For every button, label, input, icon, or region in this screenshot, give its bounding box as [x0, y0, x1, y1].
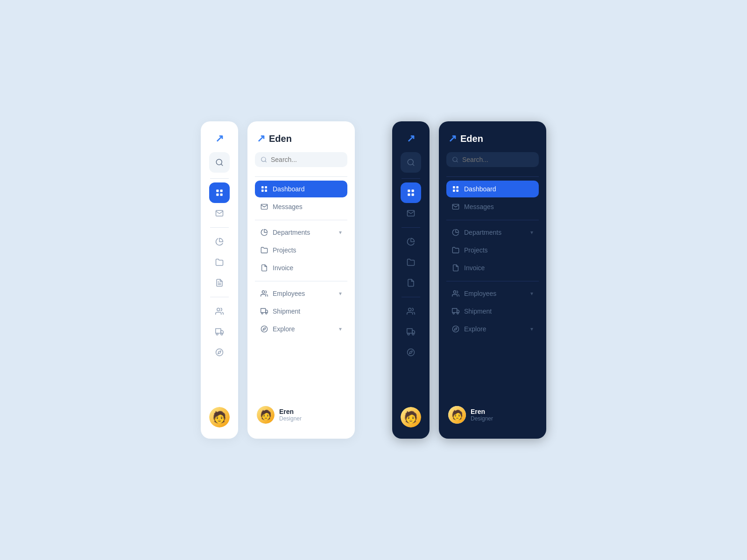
avatar-face-dark: 🧑	[401, 407, 421, 427]
shipment-icon	[215, 328, 224, 336]
employees-icon-button-light[interactable]	[209, 301, 230, 322]
svg-rect-22	[261, 308, 266, 313]
user-role-dark: Designer	[471, 415, 493, 422]
svg-rect-9	[216, 329, 221, 333]
nav-invoice-dark[interactable]: Invoice	[446, 259, 539, 276]
dashboard-icon-button-dark[interactable]	[401, 182, 421, 203]
user-avatar-light: 🧑	[257, 406, 275, 424]
svg-point-21	[262, 291, 264, 293]
nav-messages-label-light: Messages	[273, 203, 303, 210]
svg-marker-53	[454, 328, 457, 330]
explore-chevron-dark: ▾	[530, 326, 533, 332]
nav-invoice-icon-light	[261, 264, 268, 272]
employees-chevron-dark: ▾	[530, 290, 533, 297]
nav-explore-light[interactable]: Explore ▾	[255, 321, 347, 337]
svg-line-16	[265, 161, 267, 162]
svg-marker-10	[221, 330, 223, 333]
svg-rect-32	[408, 194, 410, 196]
svg-rect-43	[453, 186, 455, 189]
nav-invoice-light[interactable]: Invoice	[255, 259, 347, 276]
avatar-button-light[interactable]: 🧑	[209, 407, 230, 427]
nav-projects-light[interactable]: Projects	[255, 242, 347, 259]
nav-departments-dark[interactable]: Departments ▾	[446, 224, 539, 241]
nav-projects-label-light: Projects	[273, 246, 296, 254]
explore-icon-button-dark[interactable]	[401, 342, 421, 363]
departments-icon	[215, 238, 224, 246]
projects-icon-button-light[interactable]	[209, 252, 230, 273]
user-name-light: Eren	[279, 408, 302, 415]
nav-employees-dark[interactable]: Employees ▾	[446, 285, 539, 302]
dashboard-icon-button-light[interactable]	[209, 182, 230, 203]
sidebar-icon-dark: ↗	[392, 121, 430, 439]
nav-departments-label-light: Departments	[273, 229, 310, 236]
svg-point-8	[217, 308, 220, 311]
user-profile-light[interactable]: 🧑 Eren Designer	[255, 402, 347, 427]
invoice-icon-button-dark[interactable]	[401, 273, 421, 293]
search-box-dark[interactable]	[446, 152, 539, 167]
user-profile-dark[interactable]: 🧑 Eren Designer	[446, 402, 539, 427]
projects-icon	[215, 258, 224, 266]
nav-departments-light[interactable]: Departments ▾	[255, 224, 347, 241]
svg-rect-35	[407, 329, 412, 333]
messages-icon	[215, 209, 224, 217]
search-icon-button-dark[interactable]	[401, 152, 421, 173]
avatar-button-dark[interactable]: 🧑	[401, 407, 421, 427]
brand-name-light: Eden	[269, 133, 292, 144]
employees-icon-button-dark[interactable]	[401, 301, 421, 322]
nav-dashboard-dark[interactable]: Dashboard	[446, 181, 539, 197]
search-input-dark[interactable]	[462, 156, 533, 163]
explore-chevron-light: ▾	[339, 326, 342, 332]
invoice-icon-button-light[interactable]	[209, 273, 230, 293]
svg-rect-19	[261, 189, 264, 192]
departments-icon-button-dark[interactable]	[401, 231, 421, 252]
svg-point-26	[261, 326, 267, 332]
svg-point-34	[409, 308, 411, 311]
svg-point-12	[221, 333, 223, 335]
nav-projects-icon-dark	[452, 246, 459, 254]
messages-icon-button-dark[interactable]	[401, 203, 421, 224]
nav-invoice-label-light: Invoice	[273, 264, 293, 272]
user-name-dark: Eren	[471, 408, 493, 415]
nav-messages-light[interactable]: Messages	[255, 198, 347, 215]
search-box-light[interactable]	[255, 152, 347, 167]
search-input-light[interactable]	[271, 156, 342, 163]
shipment-icon-dark	[407, 328, 415, 336]
departments-icon-button-light[interactable]	[209, 231, 230, 252]
svg-point-24	[261, 313, 263, 314]
svg-marker-23	[266, 310, 268, 312]
nav-messages-dark[interactable]: Messages	[446, 198, 539, 215]
messages-icon-button-light[interactable]	[209, 203, 230, 224]
nav-shipment-dark[interactable]: Shipment	[446, 303, 539, 320]
svg-marker-49	[457, 310, 459, 312]
nav-projects-dark[interactable]: Projects	[446, 242, 539, 259]
nav-departments-icon-light	[261, 229, 268, 236]
svg-rect-5	[220, 194, 223, 196]
nav-shipment-light[interactable]: Shipment	[255, 303, 347, 320]
divider-dark-3	[402, 297, 420, 297]
search-icon-button-light[interactable]	[209, 152, 230, 173]
divider-dark-1	[402, 178, 420, 179]
divider-3	[210, 297, 229, 297]
nav-employees-label-light: Employees	[273, 290, 305, 297]
user-info-dark: Eren Designer	[471, 408, 493, 422]
shipment-icon-button-light[interactable]	[209, 322, 230, 342]
nav-messages-icon-light	[261, 203, 268, 210]
nav-employees-icon-dark	[452, 290, 459, 297]
nav-dashboard-light[interactable]: Dashboard	[255, 181, 347, 197]
nav-explore-dark[interactable]: Explore ▾	[446, 321, 539, 337]
projects-icon-button-dark[interactable]	[401, 252, 421, 273]
shipment-icon-button-dark[interactable]	[401, 322, 421, 342]
dashboard-icon-dark	[407, 189, 415, 197]
dashboard-icon	[215, 189, 224, 197]
brand-icon-dark: ↗	[448, 133, 457, 145]
nav-dashboard-label-light: Dashboard	[273, 185, 305, 193]
explore-icon-dark	[407, 348, 415, 357]
svg-marker-40	[409, 351, 412, 354]
explore-icon-button-light[interactable]	[209, 342, 230, 363]
svg-rect-48	[452, 308, 457, 313]
divider-exp-1	[255, 176, 347, 177]
nav-explore-label-light: Explore	[273, 325, 295, 333]
nav-employees-light[interactable]: Employees ▾	[255, 285, 347, 302]
divider-dark-exp-3	[446, 281, 539, 281]
svg-rect-20	[265, 189, 267, 192]
